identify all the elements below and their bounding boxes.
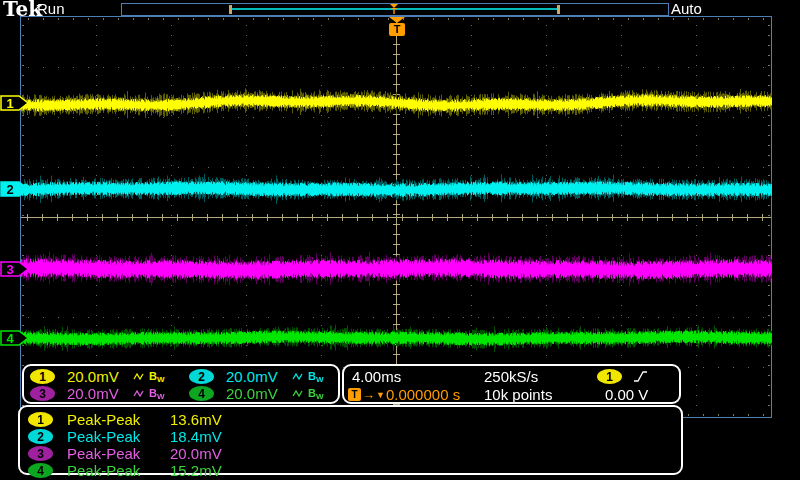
ac-coupling-icon (133, 388, 146, 399)
acquisition-window-left-bracket-icon (229, 5, 232, 14)
svg-text:4: 4 (6, 331, 14, 346)
bandwidth-limit-icon: BW (308, 370, 324, 384)
trigger-position-flag: T (388, 17, 406, 36)
channel-3-position-marker: 3 (0, 260, 30, 278)
channel-2-badge: 2 (28, 429, 53, 444)
channel-3-readout: 3 20.0mV BW (30, 385, 165, 402)
channel-3-scale: 20.0mV (67, 385, 129, 402)
channel-4-readout: 4 20.0mV BW (189, 385, 324, 402)
measurement-name: Peak-Peak (67, 411, 140, 428)
channel-4-scale: 20.0mV (226, 385, 288, 402)
channel-1-badge: 1 (28, 412, 53, 427)
bandwidth-limit-icon: BW (149, 370, 165, 384)
ac-coupling-icon (292, 388, 305, 399)
sample-rate: 250kS/s (484, 368, 538, 385)
horizontal-scale: 4.00ms (352, 368, 401, 385)
acquisition-trigger-position-icon: T (386, 4, 402, 15)
measurement-value: 15.2mV (170, 462, 222, 479)
ac-coupling-icon (133, 371, 146, 382)
measurement-value: 18.4mV (170, 428, 222, 445)
acquisition-preview-bar: T (121, 3, 669, 16)
svg-text:1: 1 (6, 96, 13, 111)
measurement-name: Peak-Peak (67, 445, 140, 462)
trigger-source-badge: 1 (597, 369, 622, 384)
channel-4-position-marker: 4 (0, 329, 30, 347)
channel-1-readout: 1 20.0mV BW (30, 368, 165, 385)
arrow-right-icon: → (362, 388, 375, 401)
channel-2-position-marker: 2 (0, 180, 30, 198)
measurement-name: Peak-Peak (67, 462, 140, 479)
channel-1-coupling-icons: BW (133, 370, 165, 384)
trigger-mode-status: Auto (671, 0, 702, 17)
trigger-position-value: 0.000000 s (386, 386, 460, 403)
trigger-level-value: 0.00 V (605, 386, 648, 403)
channel-3-coupling-icons: BW (133, 387, 165, 401)
horizontal-trigger-readout-box: 4.00ms 250kS/s 1 T → ▼ 0.000000 s 10k po… (342, 364, 681, 404)
bandwidth-limit-icon: BW (308, 387, 324, 401)
measurement-row-ch2: 2 Peak-Peak 18.4mV (28, 428, 678, 445)
channel-4-badge: 4 (189, 386, 214, 401)
acquisition-status: Run (37, 0, 65, 17)
record-length: 10k points (484, 386, 552, 403)
oscilloscope-screen: Tek Run Auto T T 1 2 3 4 1 20.0mV BW (0, 0, 800, 480)
svg-text:2: 2 (6, 182, 13, 197)
channel-4-badge: 4 (28, 463, 53, 478)
bandwidth-limit-icon: BW (149, 387, 165, 401)
rising-edge-slope-icon (633, 369, 648, 384)
trigger-small-t-icon: T (386, 8, 402, 15)
channel-2-readout: 2 20.0mV BW (189, 368, 324, 385)
channel-1-badge: 1 (30, 369, 55, 384)
measurement-row-ch1: 1 Peak-Peak 13.6mV (28, 411, 678, 428)
trigger-level-marker-icon: ▼ (376, 390, 385, 400)
channel-3-badge: 3 (30, 386, 55, 401)
measurement-value: 20.0mV (170, 445, 222, 462)
trigger-flag-t-icon: T (389, 23, 405, 36)
ac-coupling-icon (292, 371, 305, 382)
channel-3-badge: 3 (28, 446, 53, 461)
measurement-row-ch3: 3 Peak-Peak 20.0mV (28, 445, 678, 462)
acquisition-window-right-bracket-icon (557, 5, 560, 14)
trigger-position-readout: T → ▼ 0.000000 s (348, 386, 460, 403)
measurement-name: Peak-Peak (67, 428, 140, 445)
trigger-t-icon: T (348, 388, 361, 401)
channel-scale-readout-box: 1 20.0mV BW 2 20.0mV BW 3 20.0mV BW 4 (22, 364, 340, 404)
channel-2-coupling-icons: BW (292, 370, 324, 384)
svg-text:3: 3 (6, 262, 13, 277)
channel-2-scale: 20.0mV (226, 368, 288, 385)
channel-1-scale: 20.0mV (67, 368, 129, 385)
measurement-value: 13.6mV (170, 411, 222, 428)
measurement-box: 1 Peak-Peak 13.6mV 2 Peak-Peak 18.4mV 3 … (18, 405, 683, 475)
measurement-row-ch4: 4 Peak-Peak 15.2mV (28, 462, 678, 479)
channel-4-coupling-icons: BW (292, 387, 324, 401)
channel-1-position-marker: 1 (0, 94, 30, 112)
channel-2-badge: 2 (189, 369, 214, 384)
